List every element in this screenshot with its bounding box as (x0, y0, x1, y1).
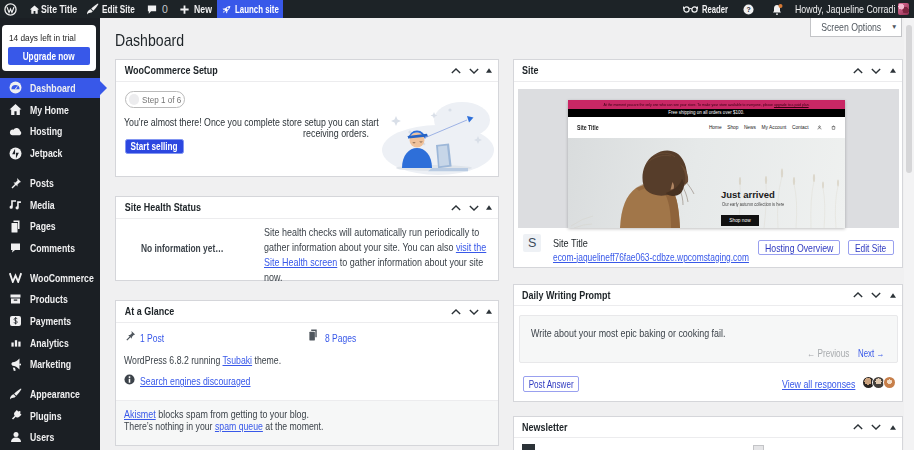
svg-text:?: ? (746, 6, 750, 13)
